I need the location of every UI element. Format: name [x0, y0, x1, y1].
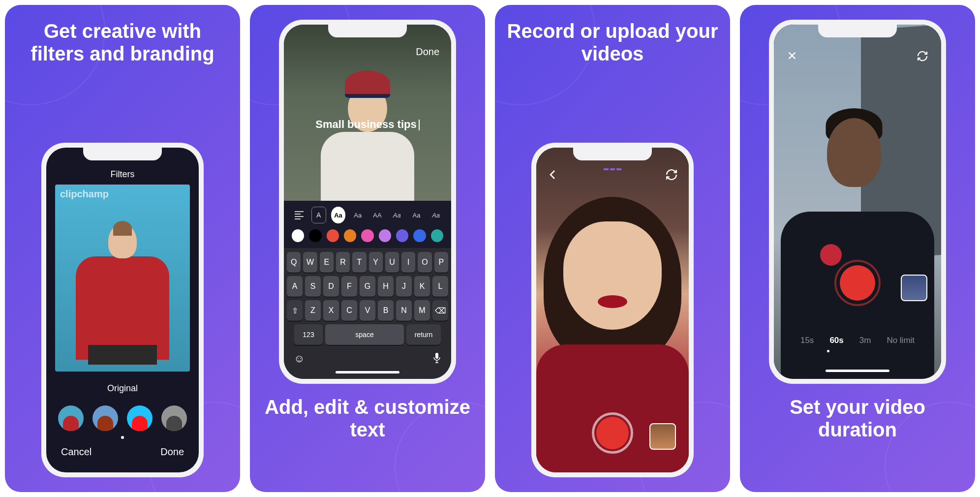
filter-thumb-3[interactable]: [127, 405, 153, 431]
watermark-label: clipchamp: [60, 188, 109, 200]
key-o[interactable]: O: [418, 252, 431, 273]
key-f[interactable]: F: [341, 276, 357, 297]
align-button[interactable]: [292, 207, 306, 223]
color-swatch-row: [292, 229, 443, 242]
key-s[interactable]: S: [305, 276, 321, 297]
color-swatch-black[interactable]: [309, 229, 321, 242]
filter-thumb-2[interactable]: [92, 405, 118, 431]
font-option-2[interactable]: Aa: [350, 207, 365, 223]
color-swatch-pink[interactable]: [361, 229, 373, 242]
duration-option-nolimit[interactable]: No limit: [887, 336, 915, 345]
close-button[interactable]: [787, 50, 797, 64]
font-option-4[interactable]: Aa: [390, 207, 404, 223]
key-b[interactable]: B: [378, 300, 394, 321]
promo-card-duration: 15s 60s 3m No limit Set your video durat…: [740, 5, 975, 492]
promo-title: Get creative with filters and branding: [15, 20, 230, 65]
filter-name-label: Original: [46, 383, 199, 394]
return-key[interactable]: return: [406, 324, 441, 345]
key-e[interactable]: E: [320, 252, 334, 273]
mic-icon: [432, 352, 441, 363]
key-u[interactable]: U: [385, 252, 399, 273]
close-icon: [787, 50, 797, 61]
align-icon: [295, 211, 304, 219]
color-swatch-purple[interactable]: [379, 229, 391, 242]
font-option-5[interactable]: Aa: [409, 207, 424, 223]
home-indicator: [826, 370, 889, 372]
promo-card-filters: Get creative with filters and branding F…: [5, 5, 240, 492]
filter-thumb-original[interactable]: [58, 405, 84, 431]
photo-background: Done Small business tips: [284, 25, 451, 201]
key-t[interactable]: T: [352, 252, 366, 273]
numbers-key[interactable]: 123: [294, 324, 323, 345]
gallery-upload-button[interactable]: [901, 275, 927, 301]
key-n[interactable]: N: [396, 300, 412, 321]
key-v[interactable]: V: [360, 300, 375, 321]
phone-screen-recorder: [536, 148, 689, 472]
record-button[interactable]: [834, 260, 881, 306]
filter-thumb-4[interactable]: [161, 405, 187, 431]
key-p[interactable]: P: [434, 252, 448, 273]
text-overlay-input[interactable]: Small business tips: [284, 118, 451, 131]
backspace-key[interactable]: ⌫: [432, 300, 448, 321]
font-option-6[interactable]: Aa: [429, 207, 443, 223]
emoji-key[interactable]: ☺: [294, 352, 305, 366]
phone-screen-duration: 15s 60s 3m No limit: [774, 25, 941, 379]
person-illustration: [73, 224, 172, 372]
color-swatch-blue[interactable]: [413, 229, 426, 242]
key-x[interactable]: X: [323, 300, 339, 321]
phone-screen-text-editor: Done Small business tips A Aa Aa AA Aa: [284, 25, 451, 379]
color-swatch-teal[interactable]: [431, 229, 443, 242]
promo-title: Set your video duration: [750, 396, 965, 441]
phone-mockup: Done Small business tips A Aa Aa AA Aa: [279, 20, 456, 384]
promo-card-text: Done Small business tips A Aa Aa AA Aa: [250, 5, 485, 492]
filter-thumbnails: [46, 405, 199, 431]
phone-mockup: Filters clipchamp Original Cancel Done: [41, 143, 204, 477]
key-r[interactable]: R: [336, 252, 350, 273]
color-swatch-orange[interactable]: [344, 229, 356, 242]
record-icon: [840, 265, 875, 301]
done-button[interactable]: Done: [416, 46, 439, 58]
color-swatch-violet[interactable]: [396, 229, 408, 242]
text-cursor: [419, 120, 420, 130]
space-key[interactable]: space: [325, 324, 404, 345]
gallery-upload-button[interactable]: [649, 423, 676, 450]
key-z[interactable]: Z: [305, 300, 321, 321]
flip-camera-button[interactable]: [665, 168, 678, 183]
refresh-icon: [665, 168, 678, 181]
phone-notch: [328, 25, 407, 37]
key-j[interactable]: J: [396, 276, 412, 297]
font-option-1[interactable]: Aa: [331, 207, 346, 223]
key-g[interactable]: G: [360, 276, 375, 297]
key-w[interactable]: W: [303, 252, 317, 273]
color-swatch-white[interactable]: [292, 229, 304, 242]
svg-rect-0: [435, 353, 438, 359]
phone-notch: [573, 148, 652, 160]
record-button[interactable]: [592, 412, 633, 454]
key-k[interactable]: K: [414, 276, 430, 297]
key-l[interactable]: L: [432, 276, 448, 297]
key-a[interactable]: A: [287, 276, 303, 297]
duration-option-60s[interactable]: 60s: [829, 336, 843, 345]
keyboard: QWERTYUIOP ASDFGHJKL ⇧ ZXCVBNM⌫ 123 spac…: [284, 248, 451, 379]
done-button[interactable]: Done: [160, 446, 184, 458]
flip-camera-button[interactable]: [917, 50, 928, 64]
key-i[interactable]: I: [401, 252, 415, 273]
key-c[interactable]: C: [341, 300, 357, 321]
text-background-button[interactable]: A: [311, 207, 326, 223]
text-toolbar: A Aa Aa AA Aa Aa Aa: [284, 201, 451, 248]
key-q[interactable]: Q: [287, 252, 301, 273]
color-swatch-red[interactable]: [327, 229, 339, 242]
cancel-button[interactable]: Cancel: [61, 446, 92, 458]
key-y[interactable]: Y: [369, 252, 383, 273]
font-option-3[interactable]: AA: [370, 207, 385, 223]
key-h[interactable]: H: [378, 276, 394, 297]
duration-option-3m[interactable]: 3m: [859, 336, 871, 345]
key-m[interactable]: M: [414, 300, 430, 321]
key-d[interactable]: D: [323, 276, 339, 297]
back-button[interactable]: [547, 169, 559, 183]
home-indicator: [336, 371, 399, 373]
duration-option-15s[interactable]: 15s: [800, 336, 814, 345]
mic-key[interactable]: [432, 352, 441, 366]
shift-key[interactable]: ⇧: [287, 300, 303, 321]
camera-viewfinder: [774, 25, 941, 379]
